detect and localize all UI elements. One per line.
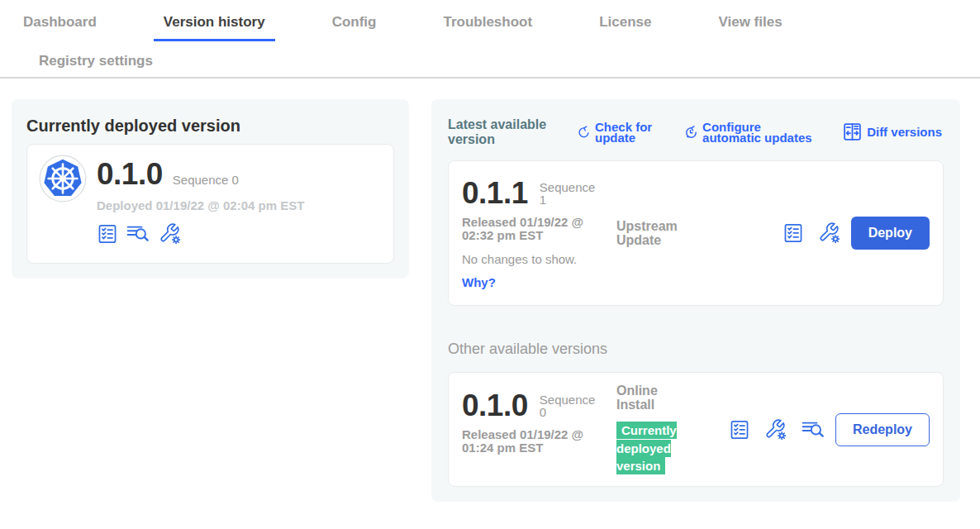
configure-automatic-updates-link[interactable]: Configure automatic updates — [683, 122, 813, 143]
other-source-label: Online Install — [616, 384, 695, 412]
latest-version-number: 0.1.1 — [462, 178, 528, 208]
schedule-icon — [683, 124, 698, 141]
deployed-version-card: 0.1.0 Sequence 0 Deployed 01/19/22 @ 02:… — [26, 144, 394, 264]
other-version-number: 0.1.0 — [462, 390, 528, 421]
deployed-version-info: 0.1.0 Sequence 0 Deployed 01/19/22 @ 02:… — [97, 155, 304, 253]
check-for-update-link[interactable]: Check for update — [577, 122, 654, 143]
deploy-logs-icon[interactable] — [802, 419, 825, 441]
diff-icon — [842, 122, 863, 142]
deploy-logs-icon[interactable] — [126, 223, 150, 245]
tab-version-history[interactable]: Version history — [154, 9, 275, 41]
latest-version-header: Latest available version Check for updat… — [448, 117, 944, 146]
refresh-icon — [577, 124, 591, 140]
redeploy-button[interactable]: Redeploy — [835, 413, 930, 446]
top-navigation: Dashboard Version history Config Trouble… — [0, 0, 980, 79]
latest-released-timestamp: Released 01/19/22 @ 02:32 pm EST — [462, 216, 594, 242]
available-versions-panel: Latest available version Check for updat… — [431, 99, 960, 502]
deploy-button[interactable]: Deploy — [851, 217, 930, 250]
kubernetes-logo-icon — [39, 155, 87, 203]
config-wrench-icon[interactable] — [764, 418, 787, 441]
currently-deployed-title: Currently deployed version — [26, 117, 394, 136]
latest-sequence-label: Sequence 1 — [540, 181, 601, 207]
other-version-card: 0.1.0 Sequence 0 Released 01/19/22 @ 01:… — [448, 372, 944, 487]
tab-config[interactable]: Config — [322, 9, 387, 39]
tab-dashboard[interactable]: Dashboard — [13, 9, 107, 39]
preflight-checklist-icon[interactable] — [783, 222, 804, 244]
other-sequence-label: Sequence 0 — [540, 393, 601, 419]
no-changes-note: No changes to show. — [462, 252, 607, 266]
config-wrench-icon[interactable] — [818, 222, 841, 245]
latest-source-label: Upstream Update — [616, 219, 695, 247]
tab-view-files[interactable]: View files — [708, 9, 792, 39]
currently-deployed-badge: Currently deployed version — [616, 422, 677, 474]
deployed-timestamp: Deployed 01/19/22 @ 02:04 pm EST — [97, 198, 304, 212]
nav-row-secondary: Registry settings — [0, 41, 980, 71]
deployed-sequence-label: Sequence 0 — [173, 173, 239, 187]
preflight-checklist-icon[interactable] — [97, 223, 118, 245]
diff-versions-link[interactable]: Diff versions — [842, 122, 942, 142]
currently-deployed-panel: Currently deployed version — [12, 99, 409, 279]
nav-row-primary: Dashboard Version history Config Trouble… — [0, 0, 980, 41]
preflight-checklist-icon[interactable] — [729, 419, 750, 441]
latest-version-title: Latest available version — [448, 117, 564, 146]
latest-version-card: 0.1.1 Sequence 1 Released 01/19/22 @ 02:… — [448, 160, 944, 306]
deployed-version-number: 0.1.0 — [97, 159, 163, 189]
why-link[interactable]: Why? — [462, 275, 607, 289]
tab-troubleshoot[interactable]: Troubleshoot — [433, 9, 542, 39]
other-released-timestamp: Released 01/19/22 @ 01:24 pm EST — [462, 428, 594, 455]
config-wrench-icon[interactable] — [159, 222, 182, 245]
tab-registry-settings[interactable]: Registry settings — [29, 51, 163, 71]
tab-license[interactable]: License — [589, 9, 661, 39]
other-versions-heading: Other available versions — [448, 341, 944, 358]
